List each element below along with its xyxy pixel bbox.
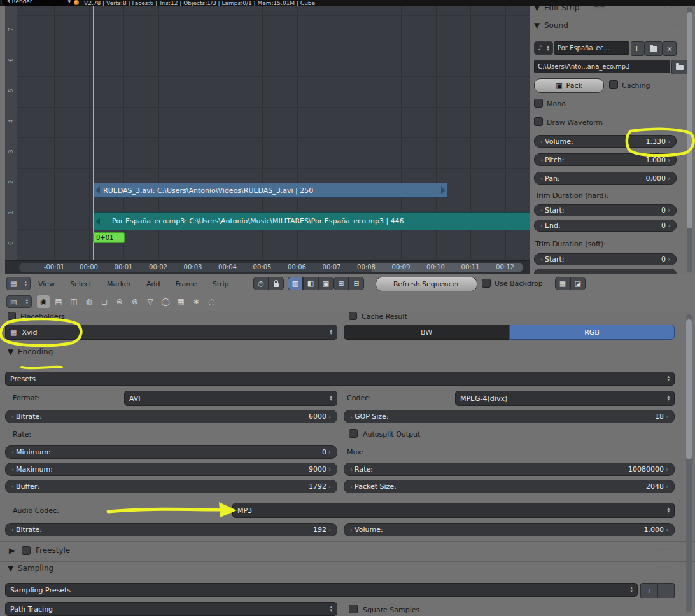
sound-triangle-icon[interactable]: ▼ (534, 21, 540, 30)
both-view-icon[interactable]: ▣ (318, 277, 333, 290)
sampling-presets-dropdown[interactable]: Sampling Presets ▴▾ (5, 583, 638, 597)
integrator-dropdown[interactable]: Path Tracing ▴▾ (5, 602, 337, 616)
sequencer-timeline[interactable]: 76543210 RUEDAS_3.avi: C:\Users\Antonio\… (5, 6, 530, 274)
tab-texture-icon[interactable]: ▦ (174, 295, 187, 308)
unlink-button[interactable]: × (663, 41, 677, 56)
tab-render-layers-icon[interactable]: ▤ (52, 295, 65, 308)
tab-render-icon[interactable]: ◉ (37, 295, 50, 308)
menu-select[interactable]: Select (70, 280, 92, 288)
add-preset-button[interactable]: + (640, 583, 657, 598)
codec-dropdown[interactable]: MPEG-4(divx) ▴▾ (455, 391, 675, 406)
draw-waveform-checkbox[interactable] (534, 117, 543, 126)
clapperboard-icon[interactable]: ▦ (555, 277, 570, 290)
pitch-slider[interactable]: ‹ Pitch: 1.000 › (534, 153, 677, 166)
audio-volume-slider[interactable]: ‹ Volume: 1.000 › (344, 523, 675, 536)
pan-slider[interactable]: ‹ Pan: 0.000 › (534, 172, 677, 185)
freestyle-triangle-icon[interactable]: ▶ (9, 546, 15, 555)
panel-grip[interactable]: ···· (671, 22, 685, 29)
edit-strip-title[interactable]: Edit Strip (544, 6, 579, 12)
panel-grip[interactable]: ···· (664, 6, 677, 11)
editor-type-dropdown[interactable]: ▤ ▴▾ (6, 295, 32, 308)
refresh-sequencer-button[interactable]: Refresh Sequencer (376, 277, 477, 291)
buffer-slider[interactable]: ‹ Buffer: 1792 › (5, 480, 337, 493)
tab-object-icon[interactable]: ◻ (98, 295, 111, 308)
image-icon[interactable]: ◪ (570, 277, 586, 290)
trim-hard-start-field[interactable]: ‹ Start: 0 › (534, 204, 677, 216)
sound-panel-title[interactable]: Sound (544, 21, 568, 30)
timeline-grid[interactable]: RUEDAS_3.avi: C:\Users\Antonio\Videos\RU… (17, 6, 530, 260)
zoom-in-icon[interactable]: ⊞ (333, 277, 349, 290)
strip-right-handle[interactable] (441, 186, 446, 194)
scrollbar-thumb[interactable] (687, 12, 692, 228)
audio-bitrate-slider[interactable]: ‹ Bitrate: 192 › (5, 523, 337, 536)
tab-constraints-icon[interactable]: ⊜ (113, 295, 126, 308)
square-samples-checkbox[interactable] (349, 605, 358, 613)
menu-marker[interactable]: Marker (107, 280, 131, 288)
browse-file-button[interactable] (671, 60, 688, 74)
strip-left-handle[interactable] (95, 186, 100, 194)
panel-grip[interactable]: ···· (659, 347, 672, 354)
audio-strip[interactable]: Por España_eco.mp3: C:\Users\Antonio\Mus… (94, 212, 530, 230)
menu-frame[interactable]: Frame (175, 280, 197, 288)
tab-particles-icon[interactable]: ∗ (190, 295, 202, 308)
rgb-button[interactable]: RGB (509, 325, 675, 340)
encoding-triangle-icon[interactable]: ▼ (8, 347, 13, 356)
panel-grip[interactable]: ···· (659, 546, 672, 553)
mux-rate-slider[interactable]: ‹ Rate: 10080000 › (344, 463, 675, 476)
bitrate-slider[interactable]: ‹ Bitrate: 6000 › (5, 410, 337, 423)
volume-slider[interactable]: ‹ Volume: 1.330 › (534, 135, 677, 148)
gop-size-slider[interactable]: ‹ GOP Size: 18 › (344, 410, 675, 423)
fake-user-button[interactable]: F (631, 41, 645, 56)
menu-add[interactable]: Add (146, 280, 160, 288)
sampling-title[interactable]: Sampling (18, 564, 53, 573)
tab-data-icon[interactable]: ▽ (144, 295, 157, 308)
tab-scene-icon[interactable]: ◫ (67, 295, 80, 308)
panel-grip[interactable]: ···· (659, 564, 672, 571)
cache-result-checkbox[interactable] (349, 312, 357, 320)
sequencer-view-icon[interactable]: ▥ (288, 277, 303, 290)
autosplit-checkbox[interactable] (349, 429, 358, 438)
freestyle-checkbox[interactable] (22, 546, 31, 555)
strip-left-handle[interactable] (95, 218, 100, 225)
freestyle-title[interactable]: Freestyle (36, 546, 70, 555)
sampling-triangle-icon[interactable]: ▼ (8, 564, 13, 573)
packet-size-slider[interactable]: ‹ Packet Size: 2048 › (344, 480, 675, 493)
lock-icon[interactable] (269, 277, 284, 290)
trim-soft-end-field-partial[interactable] (534, 269, 677, 274)
zoom-out-icon[interactable]: ⊟ (349, 277, 364, 290)
tab-world-icon[interactable]: ◍ (83, 295, 95, 308)
tab-modifiers-icon[interactable]: ⊛ (129, 295, 141, 308)
menu-strip[interactable]: Strip (213, 280, 229, 288)
properties-scrollbar[interactable] (686, 314, 692, 612)
encoding-presets-dropdown[interactable]: Presets ▴▾ (5, 372, 675, 386)
trim-soft-start-field[interactable]: ‹ Start: 0 › (534, 253, 677, 265)
use-backdrop-checkbox[interactable] (482, 279, 491, 288)
sound-filepath-field[interactable]: C:\Users\Anto...aña_eco.mp3 (534, 60, 670, 73)
file-format-dropdown[interactable]: ▦ Xvid ▴▾ (5, 325, 337, 340)
maximum-slider[interactable]: ‹ Maximum: 9000 › (5, 463, 337, 476)
open-file-button[interactable] (645, 41, 663, 56)
render-engine-dropdown[interactable]: s Render ▾ (1, 0, 76, 6)
video-strip[interactable]: RUEDAS_3.avi: C:\Users\Antonio\Videos\RU… (94, 183, 447, 198)
minimum-slider[interactable]: ‹ Minimum: 0 › (5, 445, 337, 459)
playback-clock-icon[interactable]: ◷ (253, 277, 269, 290)
format-dropdown[interactable]: AVI ▴▾ (124, 391, 337, 406)
scrollbar-thumb[interactable] (686, 319, 692, 459)
tab-material-icon[interactable]: ◯ (159, 295, 172, 308)
remove-preset-button[interactable]: − (657, 583, 675, 598)
caching-checkbox[interactable] (609, 80, 618, 89)
mono-checkbox[interactable] (534, 99, 543, 108)
sound-panel-scrollbar[interactable] (687, 7, 692, 272)
playhead[interactable] (93, 6, 94, 260)
editor-type-dropdown[interactable]: ▤ ▴▾ (6, 277, 31, 290)
edit-strip-triangle-icon[interactable]: ▼ (534, 6, 540, 12)
sound-name-field[interactable]: Por España_ec... (554, 41, 629, 55)
encoding-title[interactable]: Encoding (18, 347, 53, 356)
trim-hard-end-field[interactable]: ‹ End: 0 › (534, 220, 677, 232)
placeholders-checkbox[interactable] (8, 312, 16, 320)
pack-button[interactable]: ▣ Pack (534, 78, 604, 93)
audio-codec-dropdown[interactable]: MP3 ▴▾ (232, 503, 675, 518)
timeline-ruler[interactable]: -00:0100:0000:0100:0200:0300:0400:0500:0… (5, 260, 530, 274)
menu-view[interactable]: View (38, 280, 55, 288)
preview-view-icon[interactable]: ◧ (303, 277, 318, 290)
